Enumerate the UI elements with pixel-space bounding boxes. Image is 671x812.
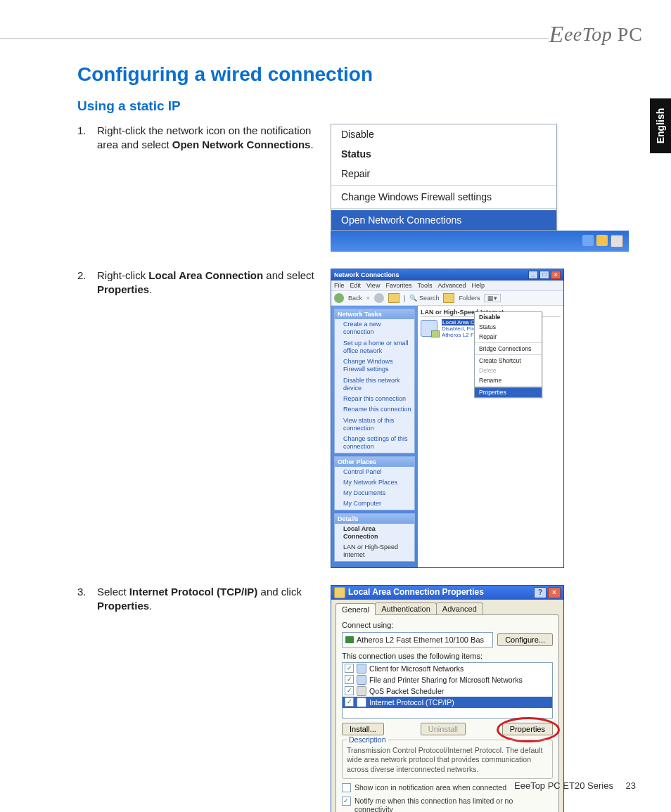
configure-button[interactable]: Configure... bbox=[497, 633, 553, 646]
list-item[interactable]: ✓ QoS Packet Scheduler bbox=[343, 685, 552, 697]
list-item[interactable]: ✓ Client for Microsoft Networks bbox=[343, 663, 552, 674]
checkbox-icon[interactable]: ✓ bbox=[345, 697, 354, 707]
window-title: Network Connections bbox=[334, 271, 400, 278]
service-icon bbox=[357, 664, 366, 674]
tab-general[interactable]: General bbox=[336, 603, 376, 615]
window-titlebar: Network Connections _ □ × bbox=[331, 269, 563, 281]
checkbox-icon[interactable]: ✓ bbox=[342, 797, 351, 806]
menu-item-repair[interactable]: Repair bbox=[331, 164, 556, 183]
list-item[interactable]: ✓ File and Printer Sharing for Microsoft… bbox=[343, 674, 552, 685]
ctx-rename[interactable]: Rename bbox=[475, 375, 542, 385]
toolbar: Back ▾ | 🔍 Search Folders ▦▾ bbox=[331, 291, 563, 306]
menu-separator bbox=[331, 185, 556, 186]
side-panel: Network Tasks Create a new connection Se… bbox=[331, 306, 418, 567]
view-mode-button[interactable]: ▦▾ bbox=[484, 294, 501, 302]
service-icon bbox=[357, 675, 366, 685]
list-item-tcpip[interactable]: ✓ Internet Protocol (TCP/IP) bbox=[343, 697, 552, 708]
components-list[interactable]: ✓ Client for Microsoft Networks ✓ File a… bbox=[342, 662, 553, 718]
install-button[interactable]: Install... bbox=[342, 723, 384, 735]
folders-icon[interactable] bbox=[443, 293, 454, 303]
task-change-firewall[interactable]: Change Windows Firewall settings bbox=[335, 356, 414, 375]
language-tab-label: English bbox=[655, 108, 666, 144]
forward-button-icon[interactable] bbox=[374, 293, 384, 303]
uses-items-label: This connection uses the following items… bbox=[342, 652, 553, 660]
menu-favorites[interactable]: Favorites bbox=[385, 282, 411, 289]
details-header[interactable]: Details bbox=[335, 514, 414, 524]
task-view-status[interactable]: View status of this connection bbox=[335, 415, 414, 434]
page-title: Configuring a wired connection bbox=[77, 63, 629, 86]
language-tab: English bbox=[650, 98, 671, 153]
dialog-tabs: General Authentication Advanced bbox=[331, 600, 563, 614]
menu-item-disable[interactable]: Disable bbox=[331, 124, 556, 144]
search-button[interactable]: 🔍 Search bbox=[409, 295, 439, 302]
tray-icon[interactable] bbox=[596, 235, 608, 246]
menu-advanced[interactable]: Advanced bbox=[437, 282, 466, 289]
ctx-repair[interactable]: Repair bbox=[475, 332, 542, 342]
task-setup-home-network[interactable]: Set up a home or small office network bbox=[335, 338, 414, 357]
step-text: Right-click Local Area Connection and se… bbox=[97, 269, 317, 297]
connect-using-label: Connect using: bbox=[342, 621, 553, 629]
menu-item-firewall[interactable]: Change Windows Firewall settings bbox=[331, 187, 556, 207]
menu-help[interactable]: Help bbox=[471, 282, 485, 289]
folders-button[interactable]: Folders bbox=[459, 295, 480, 302]
checkbox-icon[interactable] bbox=[342, 783, 351, 792]
page-footer: EeeTop PC ET20 Series 23 bbox=[514, 780, 636, 791]
tab-authentication[interactable]: Authentication bbox=[375, 602, 437, 614]
menu-separator bbox=[475, 342, 542, 343]
other-documents[interactable]: My Documents bbox=[335, 488, 414, 498]
checkbox-icon[interactable]: ✓ bbox=[345, 664, 354, 673]
ctx-delete: Delete bbox=[475, 366, 542, 375]
other-control-panel[interactable]: Control Panel bbox=[335, 467, 414, 477]
ctx-disable[interactable]: Disable bbox=[475, 312, 542, 322]
step-number: 2. bbox=[77, 269, 87, 297]
main-pane: LAN or High-Speed Internet Local Area Co… bbox=[418, 306, 563, 567]
menu-file[interactable]: File bbox=[334, 282, 345, 289]
other-computer[interactable]: My Computer bbox=[335, 498, 414, 509]
menu-tools[interactable]: Tools bbox=[417, 282, 432, 289]
task-disable-device[interactable]: Disable this network device bbox=[335, 375, 414, 394]
ctx-properties[interactable]: Properties bbox=[475, 387, 542, 397]
back-button-icon[interactable] bbox=[334, 293, 344, 303]
dialog-titlebar: Local Area Connection Properties ? × bbox=[331, 586, 563, 600]
tab-advanced[interactable]: Advanced bbox=[436, 602, 483, 614]
close-button[interactable]: × bbox=[548, 587, 561, 598]
other-places-header[interactable]: Other Places bbox=[335, 457, 414, 467]
menu-bar: File Edit View Favorites Tools Advanced … bbox=[331, 281, 563, 291]
ctx-status[interactable]: Status bbox=[475, 322, 542, 332]
checkbox-icon[interactable]: ✓ bbox=[345, 675, 354, 684]
properties-button[interactable]: Properties bbox=[502, 723, 553, 735]
maximize-button[interactable]: □ bbox=[539, 271, 549, 279]
task-change-settings[interactable]: Change settings of this connection bbox=[335, 434, 414, 453]
menu-item-open-network-connections[interactable]: Open Network Connections bbox=[331, 210, 556, 230]
tray-shield-icon[interactable] bbox=[611, 235, 623, 247]
step-text: Select Internet Protocol (TCP/IP) and cl… bbox=[97, 585, 317, 614]
footer-page-number: 23 bbox=[626, 780, 636, 791]
menu-separator bbox=[331, 208, 556, 209]
tray-context-menu: Disable Status Repair Change Windows Fir… bbox=[331, 124, 557, 231]
minimize-button[interactable]: _ bbox=[528, 271, 538, 279]
notify-checkbox-row[interactable]: ✓ Notify me when this connection has lim… bbox=[342, 797, 553, 812]
lan-context-menu: Disable Status Repair Bridge Connections… bbox=[474, 311, 542, 398]
adapter-name: Atheros L2 Fast Ethernet 10/100 Bas bbox=[357, 636, 484, 644]
task-rename-connection[interactable]: Rename this connection bbox=[335, 404, 414, 415]
menu-view[interactable]: View bbox=[366, 282, 380, 289]
task-create-connection[interactable]: Create a new connection bbox=[335, 319, 414, 338]
menu-item-status[interactable]: Status bbox=[331, 144, 556, 164]
lan-connection-icon[interactable] bbox=[421, 320, 437, 337]
network-tasks-header[interactable]: Network Tasks bbox=[335, 309, 414, 319]
close-button[interactable]: × bbox=[551, 271, 561, 279]
help-button[interactable]: ? bbox=[534, 587, 547, 598]
task-repair-connection[interactable]: Repair this connection bbox=[335, 394, 414, 404]
up-folder-icon[interactable] bbox=[388, 293, 400, 303]
step-number: 3. bbox=[77, 585, 87, 614]
other-network-places[interactable]: My Network Places bbox=[335, 477, 414, 488]
ctx-bridge[interactable]: Bridge Connections bbox=[475, 344, 542, 354]
system-tray bbox=[582, 235, 623, 247]
tray-icon[interactable] bbox=[582, 235, 594, 246]
back-button[interactable]: Back bbox=[348, 295, 362, 302]
checkbox-icon[interactable]: ✓ bbox=[345, 686, 354, 695]
menu-separator bbox=[475, 386, 542, 387]
dialog-icon bbox=[334, 587, 345, 598]
ctx-shortcut[interactable]: Create Shortcut bbox=[475, 356, 542, 366]
menu-edit[interactable]: Edit bbox=[350, 282, 362, 289]
